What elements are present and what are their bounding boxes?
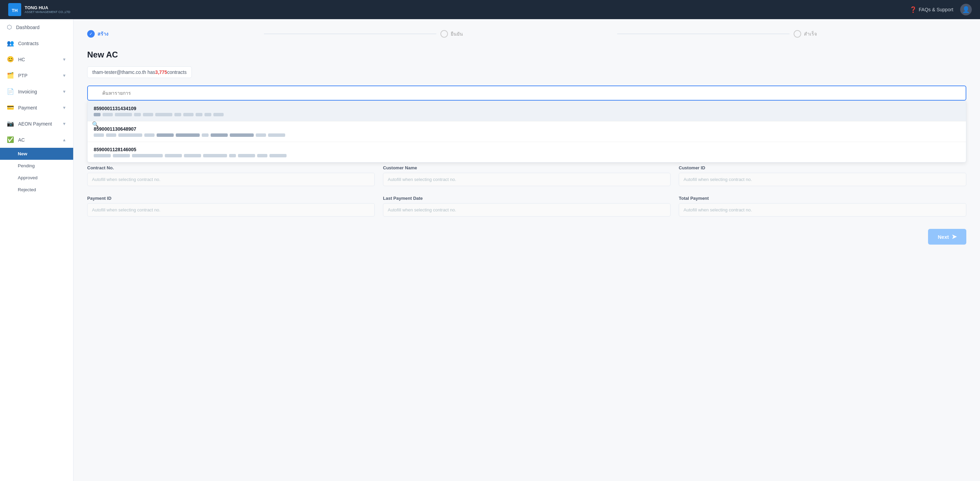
stepper-label-confirm: ยืนยัน: [451, 30, 463, 38]
sidebar-subitem-rejected[interactable]: Rejected: [0, 184, 73, 196]
customer-id-input[interactable]: [679, 173, 966, 186]
sidebar-item-contracts[interactable]: 👥 Contracts: [0, 35, 73, 51]
detail-block: [213, 113, 224, 116]
detail-block: [183, 113, 194, 116]
detail-block: [229, 154, 236, 158]
total-payment-label: Total Payment: [679, 196, 966, 201]
detail-block: [202, 134, 208, 137]
faq-label: FAQs & Support: [919, 7, 953, 12]
stepper-line-2: [617, 33, 790, 34]
sidebar-subitem-approved[interactable]: Approved: [0, 172, 73, 184]
detail-block: [94, 113, 100, 116]
main-content: ✓ สร้าง ยืนยัน สำเร็จ New AC tham-tester…: [73, 19, 980, 481]
payment-icon: 💳: [7, 104, 14, 111]
sidebar-ptp-label: PTP: [18, 73, 27, 78]
user-avatar[interactable]: 👤: [960, 4, 972, 15]
sidebar-hc-label: HC: [18, 57, 25, 62]
sidebar-aeon-label: AEON Payment: [18, 121, 52, 127]
detail-block: [256, 134, 266, 137]
avatar-icon: 👤: [962, 6, 970, 13]
search-input[interactable]: [87, 86, 966, 100]
detail-block: [257, 154, 267, 158]
stepper-circle-create: ✓: [87, 30, 95, 38]
sidebar-item-invoicing[interactable]: 📄 Invoicing ▼: [0, 83, 73, 100]
stepper-step-done: สำเร็จ: [794, 30, 966, 38]
customer-name-input[interactable]: [383, 173, 671, 186]
info-suffix: contracts: [167, 69, 187, 75]
contract-count: 3,775: [155, 69, 167, 75]
detail-block: [174, 113, 181, 116]
detail-block: [176, 134, 200, 137]
detail-block: [268, 134, 285, 137]
next-label: Next: [938, 234, 949, 240]
ac-submenu: New Pending Approved Rejected: [0, 148, 73, 196]
ptp-icon: 🗂️: [7, 72, 14, 79]
dashboard-icon: ⬡: [7, 24, 12, 31]
chevron-up-icon: ▲: [62, 137, 66, 142]
app-subtitle: ASSET MANAGEMENT CO.,LTD: [25, 10, 70, 14]
sidebar-item-ac[interactable]: ✅ AC ▲: [0, 132, 73, 148]
sidebar-item-payment[interactable]: 💳 Payment ▼: [0, 100, 73, 116]
logo: TH TONG HUA ASSET MANAGEMENT CO.,LTD: [8, 3, 70, 16]
info-badge: tham-tester@thamc.co.th has 3,775 contra…: [87, 66, 192, 78]
chevron-down-icon: ▼: [62, 121, 66, 126]
detail-block: [204, 113, 211, 116]
sidebar-dashboard-label: Dashboard: [16, 25, 40, 30]
stepper-label-create: สร้าง: [97, 30, 108, 38]
svg-text:TH: TH: [12, 8, 18, 13]
detail-block: [143, 113, 153, 116]
chevron-down-icon: ▼: [62, 105, 66, 110]
faq-button[interactable]: ❓ FAQs & Support: [910, 6, 953, 13]
sidebar-item-hc[interactable]: 😊 HC ▼: [0, 51, 73, 67]
detail-block: [196, 113, 202, 116]
sidebar-subitem-pending[interactable]: Pending: [0, 160, 73, 172]
contract-dropdown: 8590001131434109: [87, 100, 966, 162]
detail-block: [165, 154, 182, 158]
invoicing-icon: 📄: [7, 88, 14, 95]
sidebar-item-ptp[interactable]: 🗂️ PTP ▼: [0, 67, 73, 83]
payment-id-input[interactable]: [87, 203, 375, 217]
detail-block: [115, 113, 132, 116]
last-payment-label: Last Payment Date: [383, 196, 671, 201]
form-group-contract-no: Contract No.: [87, 165, 375, 186]
stepper-line-1: [264, 33, 437, 34]
form-group-last-payment: Last Payment Date: [383, 196, 671, 217]
search-container: 🔍 8590001131434109: [87, 86, 966, 162]
detail-block: [94, 134, 104, 137]
detail-block: [94, 154, 111, 158]
contract-details: [94, 113, 960, 116]
stepper-circle-confirm: [441, 30, 448, 38]
app-name: TONG HUA: [25, 5, 70, 11]
stepper: ✓ สร้าง ยืนยัน สำเร็จ: [87, 30, 966, 38]
topnav: TH TONG HUA ASSET MANAGEMENT CO.,LTD ❓ F…: [0, 0, 980, 19]
form-row-2: Payment ID Last Payment Date Total Payme…: [87, 196, 966, 217]
sidebar-item-dashboard[interactable]: ⬡ Dashboard: [0, 19, 73, 35]
sidebar-invoicing-label: Invoicing: [18, 89, 37, 94]
contract-number: 8590001130648907: [94, 126, 960, 132]
info-text: tham-tester@thamc.co.th has: [92, 69, 155, 75]
detail-block: [269, 154, 286, 158]
contract-no-input[interactable]: [87, 173, 375, 186]
sidebar-item-aeon[interactable]: 📷 AEON Payment ▼: [0, 116, 73, 132]
aeon-icon: 📷: [7, 120, 14, 127]
stepper-step-confirm: ยืนยัน: [441, 30, 613, 38]
detail-block: [106, 134, 116, 137]
last-payment-input[interactable]: [383, 203, 671, 217]
detail-block: [118, 134, 142, 137]
contract-details: [94, 154, 960, 158]
detail-block: [144, 134, 154, 137]
contract-details: [94, 134, 960, 137]
sidebar: ⬡ Dashboard 👥 Contracts 😊 HC ▼ 🗂️ PTP ▼ …: [0, 19, 73, 481]
dropdown-item[interactable]: 8590001130648907: [88, 121, 966, 142]
detail-block: [203, 154, 227, 158]
dropdown-item[interactable]: 8590001131434109: [88, 101, 966, 121]
detail-block: [184, 154, 201, 158]
arrow-right-icon: ➤: [951, 233, 957, 240]
dropdown-item[interactable]: 8590001128146005: [88, 142, 966, 162]
total-payment-input[interactable]: [679, 203, 966, 217]
detail-block: [238, 154, 255, 158]
sidebar-subitem-new[interactable]: New: [0, 148, 73, 160]
stepper-label-done: สำเร็จ: [804, 30, 817, 38]
next-button[interactable]: Next ➤: [928, 229, 966, 245]
search-icon: 🔍: [92, 121, 99, 127]
